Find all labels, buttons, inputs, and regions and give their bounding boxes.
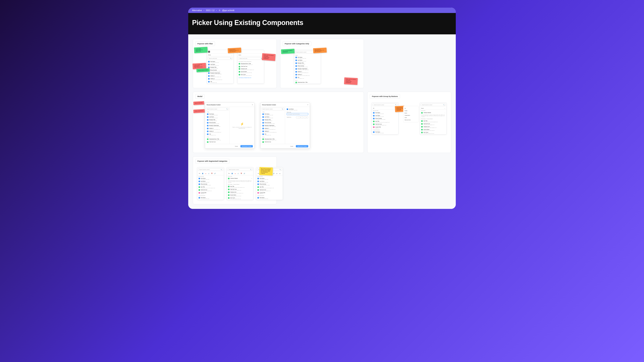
list-item[interactable]: Total Cart CostTotal value in the recipi…: [198, 189, 224, 192]
list-item[interactable]: Total Cart Cost: [261, 141, 284, 143]
sticky-support-more[interactable]: We could support more categories by show…: [259, 167, 273, 175]
category-tab-icon[interactable]: 🔺: [234, 172, 236, 174]
search-input[interactable]: Search dynamic content🔍: [373, 103, 398, 106]
list-item[interactable]: Last NameThe recipient's last name: [294, 59, 321, 62]
list-item[interactable]: CityThe recipient's city: [261, 133, 284, 136]
filter-option[interactable]: All: [404, 107, 417, 110]
category-tab-icon[interactable]: 🔺: [205, 172, 206, 174]
list-item[interactable]: Address 1The first line of the address r…: [206, 127, 229, 130]
search-input[interactable]: Search dynamic content🔍: [421, 103, 446, 106]
filter-option[interactable]: Profile: [404, 110, 417, 112]
sticky-category-discovery[interactable]: Category discovery is affected: [194, 47, 208, 53]
capitalization-segmented[interactable]: —AAaaAa: [296, 116, 308, 118]
list-item[interactable]: Total Cart CostTotal value in the recipi…: [256, 189, 283, 192]
list-item[interactable]: CityThe recipient's city: [294, 76, 321, 79]
list-item[interactable]: Source NameHow the person came to the si…: [420, 128, 446, 131]
list-item[interactable]: Checkout LinkThe link to return to the r…: [420, 126, 446, 128]
list-item[interactable]: CityThe recipient's city: [207, 81, 233, 83]
list-item[interactable]: Checkout LinkThe link to return to the r…: [227, 191, 253, 194]
view-all-link[interactable]: All Checkout Started Items ⊞: [238, 76, 264, 79]
list-item[interactable]: First NameThe recipient's first name: [207, 60, 233, 63]
category-tab-icon[interactable]: 👤: [231, 172, 233, 174]
list-item[interactable]: Last NameThe recipient's last name: [207, 63, 233, 66]
list-item[interactable]: Abandoned Item 1 TitleThe first item in …: [206, 138, 229, 141]
cap-option[interactable]: aa: [302, 116, 305, 118]
default-value-input[interactable]: For example, "friend" for First Name: [287, 113, 308, 115]
close-icon[interactable]: ×: [307, 104, 308, 106]
search-input[interactable]: Search profile data🔍: [208, 57, 232, 60]
list-item[interactable]: First NameThe recipient's first name: [294, 56, 321, 59]
add-button[interactable]: Add Dynamic Content: [296, 145, 308, 147]
filter-option[interactable]: Date and time: [404, 119, 417, 121]
category-tab-icon[interactable]: 📅: [211, 172, 213, 174]
category-tab-icon[interactable]: 👤: [202, 172, 204, 174]
list-item[interactable]: Last NameThe recipient's last name: [256, 180, 283, 183]
list-item[interactable]: Item TitleThe name of an item in the rec…: [227, 185, 253, 188]
list-item[interactable]: Recipient TitleThe recipient's job title: [261, 119, 284, 122]
sticky-all-one-search[interactable]: All in one search somehow: [281, 49, 294, 54]
list-item[interactable]: First NameThe recipient's first name: [256, 197, 283, 200]
list-item[interactable]: Abandoned Item 1 Title: [294, 81, 321, 84]
cap-option[interactable]: Aa: [305, 116, 308, 118]
list-item[interactable]: Last NameThe recipient's last name: [198, 180, 224, 183]
sticky-still-content[interactable]: Still content?: [194, 109, 205, 113]
cancel-button[interactable]: Cancel: [289, 145, 295, 147]
list-item[interactable]: Abandoned Item 1 TitleThe first item in …: [261, 138, 284, 141]
list-item[interactable]: Abandoned Item 1 TitleThe first item in …: [238, 63, 264, 65]
list-item[interactable]: First NameThe recipient's first name: [206, 113, 229, 116]
list-item[interactable]: Total Cart CostTotal value in the recipi…: [420, 123, 446, 126]
list-item[interactable]: Source NameHow the person came to the si…: [238, 71, 264, 73]
list-item[interactable]: Total Cart CostTotal value in the recipi…: [227, 188, 253, 191]
search-input[interactable]: Search dynamic content🔍: [198, 168, 223, 171]
list-item[interactable]: Address 2The recipient's second address …: [261, 130, 284, 133]
list-item[interactable]: Last NameThe recipient's last name: [372, 115, 398, 117]
close-icon[interactable]: ×: [252, 104, 253, 106]
cap-option[interactable]: AA: [299, 116, 302, 118]
list-item[interactable]: Total Cart Cost: [206, 141, 229, 143]
list-item[interactable]: Phone NumberThe recipient's phone number: [294, 65, 321, 68]
list-item[interactable]: Recipient TitleThe recipient's job title: [294, 62, 321, 65]
event-selector[interactable]: ✓Checkout Started⌄: [420, 112, 446, 114]
list-item[interactable]: Phone NumberThe recipient's phone number: [206, 122, 229, 124]
list-item[interactable]: Recipient TitleThe recipient's job title: [207, 66, 233, 69]
search-input[interactable]: Search dynamic content🔍: [228, 168, 252, 171]
list-item[interactable]: Item TitleThe name of an item in the rec…: [198, 186, 224, 189]
cap-option[interactable]: —: [296, 116, 299, 118]
list-item[interactable]: Phone NumberThe recipient's phone number: [372, 117, 398, 120]
search-input[interactable]: Search dynamic content🔍: [261, 108, 284, 110]
list-item[interactable]: Current DateMM/DD/YY: [198, 192, 224, 195]
list-item[interactable]: Recipient OrganizationThe recipient's ma…: [261, 124, 284, 127]
list-item[interactable]: Total Cart Cost: [238, 65, 264, 68]
list-item[interactable]: First NameThe recipient's first name: [198, 177, 224, 180]
list-item[interactable]: First NameThe recipient's first name: [198, 197, 224, 200]
list-item[interactable]: Phone NumberThe recipient's phone number: [207, 69, 233, 72]
category-tab-icon[interactable]: 🛒: [237, 172, 239, 174]
category-tab-icon[interactable]: 🔗: [243, 172, 245, 174]
category-tab-icon[interactable]: 🔗: [273, 172, 274, 174]
list-item[interactable]: Address 1The first line of the address r…: [261, 127, 284, 130]
list-item[interactable]: Address 2The recipient's second address …: [207, 78, 233, 81]
sticky-filter-dropdown[interactable]: the filter is a dropdown for all of the …: [313, 47, 326, 53]
filter-option[interactable]: Links: [404, 116, 417, 119]
list-item[interactable]: First NameThe recipient's first name: [256, 177, 283, 180]
list-item[interactable]: Address 2The recipient's second address …: [206, 130, 229, 133]
list-item[interactable]: Item TitleThe name of an item in the rec…: [420, 120, 446, 123]
sticky-still-not-adapt[interactable]: Still not to adapt to Email Templates so…: [344, 77, 358, 85]
category-tab-icon[interactable]: ⊕: [279, 172, 281, 174]
list-item[interactable]: Recipient OrganizationThe recipient's ma…: [294, 68, 321, 71]
category-tab-icon[interactable]: Aa: [198, 172, 200, 174]
category-tab-icon[interactable]: 📅: [240, 172, 242, 174]
list-item[interactable]: First NameThe recipient's first name: [372, 131, 398, 134]
list-item[interactable]: Last NameThe recipient's last name: [206, 116, 229, 119]
list-item[interactable]: Current DateMM/DD/YY: [256, 192, 283, 195]
list-item[interactable]: Item CountThe number of items in the car…: [227, 197, 253, 200]
list-item[interactable]: First NameThe recipient's first name: [372, 112, 398, 115]
list-item[interactable]: Item CountThe number of items in the car…: [238, 73, 264, 76]
filter-option[interactable]: Event: [404, 112, 417, 114]
list-item[interactable]: Recipient TitleThe recipient's job title: [206, 119, 229, 122]
add-button[interactable]: Add Dynamic Content: [240, 145, 253, 147]
cancel-button[interactable]: Cancel: [233, 145, 240, 147]
list-item[interactable]: Address 2The recipient's second address …: [294, 73, 321, 76]
sticky-heavy-handed[interactable]: Heavy handed: [194, 101, 204, 105]
list-item[interactable]: Item TitleThe name of an item in the rec…: [256, 186, 283, 189]
